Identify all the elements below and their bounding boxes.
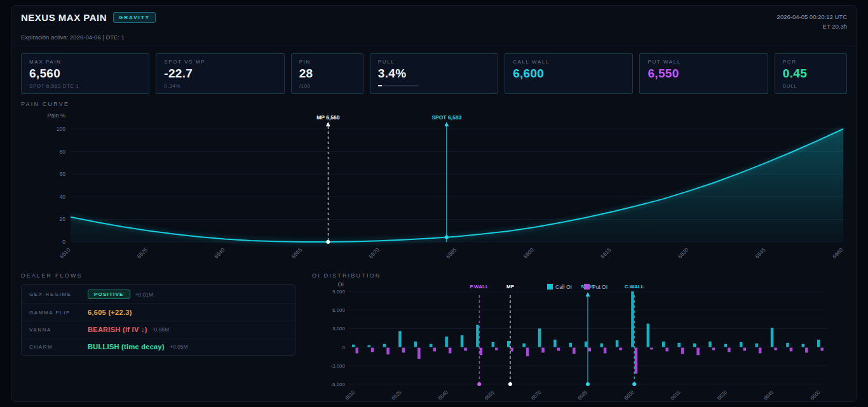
- call-oi-bar: [677, 343, 681, 347]
- kpi-sub: [513, 83, 625, 89]
- put-oi-bar: [433, 348, 437, 352]
- call-oi-bar: [430, 344, 433, 347]
- flow-row-vanna: VANNA BEARISH (if IV ↓) -0.86M: [22, 321, 295, 338]
- p-wall-marker-dot: [477, 382, 481, 386]
- svg-text:60: 60: [60, 171, 66, 178]
- kpi-value: -22.7: [164, 67, 276, 81]
- kpi-value: 6,550: [648, 67, 759, 81]
- kpi-spot-vs-mp: SPOT VS MP -22.7 0.34%: [156, 53, 284, 94]
- call-oi-bar: [367, 345, 370, 347]
- call-oi-bar: [553, 340, 557, 347]
- kpi-pin: PIN 28 /100: [291, 53, 363, 94]
- kpi-pull: PULL 3.4%: [370, 53, 498, 94]
- kpi-call-wall: CALL WALL 6,600: [505, 53, 633, 94]
- mp-marker-dot: [508, 382, 512, 386]
- call-oi-bar: [724, 344, 728, 347]
- put-oi-legend-swatch: [584, 284, 590, 290]
- topbar: NEXUS MAX PAIN GRAVITY 2026-04-05 00:20:…: [12, 6, 856, 34]
- put-oi-bar: [402, 348, 405, 353]
- svg-text:20: 20: [60, 217, 66, 223]
- kpi-sub: 0.34%: [164, 83, 276, 89]
- kpi-sub: BULL: [783, 83, 839, 89]
- svg-text:-3,000: -3,000: [330, 363, 345, 369]
- dashboard: NEXUS MAX PAIN GRAVITY 2026-04-05 00:20:…: [11, 5, 857, 402]
- call-oi-bar: [616, 340, 619, 347]
- svg-text:6555: 6555: [290, 247, 304, 260]
- put-oi-bar: [712, 348, 715, 350]
- put-oi-bar: [666, 348, 669, 352]
- call-oi-bar: [647, 324, 650, 347]
- svg-text:3,000: 3,000: [332, 326, 346, 332]
- oi-distribution-svg: OI-6,000-3,00003,0006,0009,000P.WALLMPSP…: [312, 280, 833, 402]
- svg-text:6525: 6525: [136, 247, 149, 260]
- oi-y-axis-label: OI: [337, 281, 344, 288]
- svg-text:6510: 6510: [58, 247, 72, 260]
- put-oi-bar: [728, 348, 731, 352]
- spot-marker-dot: [586, 382, 590, 386]
- p-wall-marker-label: P.WALL: [470, 284, 489, 290]
- spot-6-583-marker-dot: [445, 236, 449, 239]
- put-oi-bar: [557, 348, 560, 351]
- kpi-max-pain: MAX PAIN 6,560 SPOT 6,583 DTE 1: [21, 53, 149, 94]
- svg-text:6615: 6615: [670, 389, 682, 401]
- svg-text:6615: 6615: [599, 247, 613, 260]
- put-oi-bar: [805, 348, 808, 353]
- put-oi-bar: [635, 348, 638, 374]
- svg-text:6630: 6630: [677, 247, 690, 260]
- put-oi-bar: [371, 348, 374, 352]
- kpi-put-wall: PUT WALL 6,550: [639, 53, 768, 94]
- kpi-label: SPOT VS MP: [164, 59, 276, 65]
- svg-text:6585: 6585: [445, 247, 458, 260]
- svg-text:6570: 6570: [367, 247, 381, 260]
- flow-label: GEX REGIME: [29, 291, 88, 297]
- flow-row-gamma-flip: GAMMA FLIP 6,605 (+22.3): [22, 304, 295, 321]
- page-title: NEXUS MAX PAIN: [21, 12, 107, 23]
- gex-regime-badge: POSITIVE: [88, 290, 130, 299]
- put-oi-bar: [774, 348, 777, 350]
- call-oi-bar: [662, 342, 665, 347]
- put-oi-bar: [650, 348, 653, 350]
- spot-6-583-arrow-icon: [444, 122, 449, 126]
- put-oi-bar: [511, 348, 514, 352]
- dealer-flows-title: DEALER FLOWS: [21, 272, 295, 279]
- put-oi-bar: [759, 348, 762, 354]
- svg-text:6645: 6645: [754, 247, 767, 260]
- call-oi-legend-label: Call OI: [555, 284, 572, 290]
- dealer-flows-section: DEALER FLOWS GEX REGIME POSITIVE +0.01M …: [21, 272, 295, 356]
- put-oi-bar: [681, 348, 684, 354]
- call-oi-bar: [414, 342, 417, 347]
- svg-text:6585: 6585: [576, 389, 588, 401]
- put-oi-bar: [604, 348, 607, 354]
- call-oi-bar: [755, 344, 758, 347]
- put-oi-bar: [619, 348, 622, 350]
- charm-value: BULLISH (time decay): [88, 343, 165, 350]
- svg-text:6660: 6660: [809, 389, 821, 401]
- call-oi-bar: [802, 344, 805, 347]
- spot-6-583-marker-label: SPOT 6,583: [431, 114, 461, 121]
- bottom-row: DEALER FLOWS GEX REGIME POSITIVE +0.01M …: [12, 269, 856, 402]
- call-oi-bar: [538, 329, 541, 347]
- flow-label: CHARM: [29, 344, 88, 350]
- call-oi-bar: [492, 342, 495, 347]
- call-oi-bar: [693, 344, 696, 347]
- call-oi-bar: [631, 291, 634, 347]
- svg-text:40: 40: [60, 194, 66, 200]
- pain-curve-chart[interactable]: Pain %0204060801006510652565406555657065…: [21, 109, 847, 269]
- oi-distribution-chart[interactable]: OI-6,000-3,00003,0006,0009,000P.WALLMPSP…: [312, 280, 847, 402]
- kpi-label: PIN: [299, 59, 355, 65]
- svg-text:6600: 6600: [522, 247, 536, 260]
- kpi-row: MAX PAIN 6,560 SPOT 6,583 DTE 1 SPOT VS …: [12, 46, 856, 100]
- flow-extra: +0.01M: [135, 291, 154, 298]
- svg-text:0: 0: [342, 345, 346, 350]
- call-oi-bar: [771, 328, 774, 347]
- flow-label: VANNA: [29, 327, 88, 333]
- kpi-sub: SPOT 6,583 DTE 1: [29, 83, 141, 89]
- kpi-label: PCR: [783, 59, 839, 65]
- mp-6-560-marker-dot: [326, 240, 330, 244]
- put-oi-bar: [821, 348, 824, 351]
- svg-text:6555: 6555: [484, 389, 496, 401]
- put-oi-bar: [495, 348, 498, 350]
- svg-text:-6,000: -6,000: [330, 382, 345, 387]
- call-oi-bar: [786, 343, 789, 347]
- put-oi-legend-label: Put OI: [592, 284, 607, 290]
